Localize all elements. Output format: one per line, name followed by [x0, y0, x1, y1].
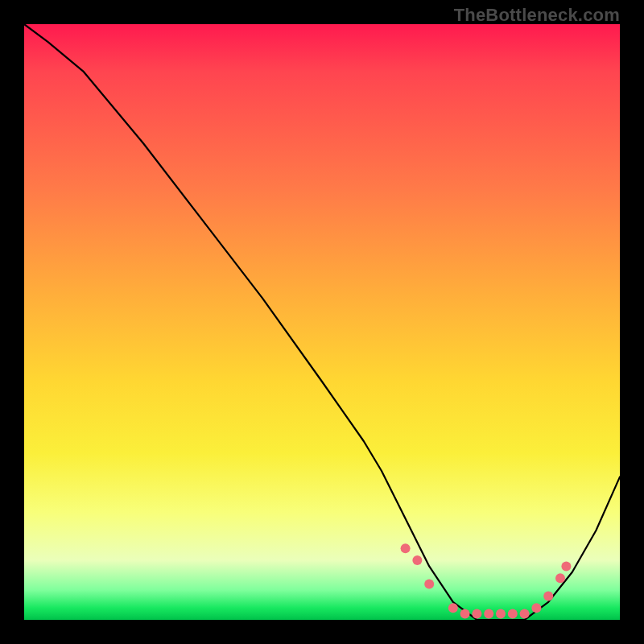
marker-dot [484, 609, 493, 619]
marker-dot [460, 609, 470, 619]
plot-area [24, 24, 620, 620]
marker-dot [424, 580, 434, 589]
chart-svg [24, 24, 620, 620]
marker-dot [508, 609, 518, 619]
marker-dot [555, 573, 565, 583]
marker-dot [401, 543, 411, 553]
curve-path [24, 24, 620, 620]
watermark-text: TheBottleneck.com [454, 5, 620, 26]
marker-dot [496, 609, 506, 619]
marker-dot [520, 609, 530, 619]
marker-dot [531, 603, 541, 613]
marker-dot [472, 609, 481, 619]
marker-dot [561, 561, 571, 571]
marker-dot [412, 555, 422, 565]
marker-dot [448, 603, 458, 613]
bottleneck-curve-line [24, 24, 620, 620]
chart-frame: TheBottleneck.com [0, 0, 644, 644]
curve-markers [401, 543, 572, 618]
marker-dot [543, 591, 553, 601]
